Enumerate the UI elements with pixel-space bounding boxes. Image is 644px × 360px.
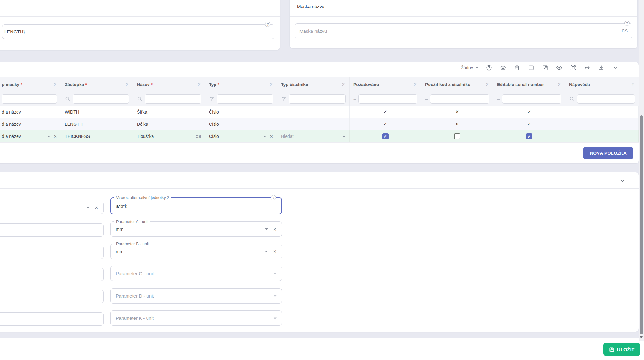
split-columns-icon[interactable] [528, 64, 535, 71]
use-code-checkbox[interactable] [454, 133, 460, 139]
left-text-field[interactable] [0, 290, 104, 303]
download-icon[interactable] [598, 64, 605, 71]
left-combobox-field[interactable]: ✕ [0, 202, 104, 214]
help-icon[interactable]: ? [271, 195, 276, 200]
column-header-mask-type[interactable]: p masky* Σ [0, 77, 61, 92]
clear-icon[interactable]: ✕ [273, 249, 277, 254]
parameter-d-unit-select[interactable]: Parameter D - unit [110, 288, 282, 304]
name-mask-field[interactable]: CS [295, 23, 632, 38]
table-row[interactable]: d a název LENGTH Délka Číslo ✓ ✕ ✓ [0, 118, 639, 130]
sum-icon[interactable]: Σ [414, 82, 417, 87]
chevron-down-icon[interactable] [274, 273, 277, 274]
sum-icon[interactable]: Σ [632, 82, 635, 87]
sum-icon[interactable]: Σ [486, 82, 489, 87]
column-header-help[interactable]: Nápověda Σ [565, 77, 639, 92]
chevron-down-icon[interactable] [265, 251, 268, 252]
save-button[interactable]: ULOŽIT [603, 343, 640, 356]
sum-icon[interactable]: Σ [198, 82, 201, 87]
cell-placeholder-editor[interactable]: THICKNESS [61, 130, 133, 142]
column-header-placeholder[interactable]: Zástupka* Σ [61, 77, 133, 92]
column-header-type[interactable]: Typ* Σ [205, 77, 277, 92]
settings-gear-icon[interactable] [500, 64, 506, 71]
collapse-section-chevron-icon[interactable] [619, 177, 626, 185]
help-icon[interactable]: ? [265, 22, 270, 27]
chevron-down-icon[interactable] [342, 136, 346, 137]
cell-placeholder[interactable]: WIDTH [61, 106, 133, 118]
column-header-editable-serial[interactable]: Editable serial number Σ [493, 77, 565, 92]
visibility-eye-icon[interactable] [556, 64, 563, 71]
cell-name-editor[interactable]: Tloušťka CS [133, 130, 205, 142]
help-icon[interactable] [486, 64, 492, 71]
cell-editable-serial[interactable]: ✓ [493, 106, 565, 118]
alt-unit-formula-input[interactable] [116, 203, 276, 209]
collapse-chevron-icon[interactable] [612, 64, 619, 71]
cell-use-code[interactable]: ✕ [421, 106, 493, 118]
sum-icon[interactable]: Σ [126, 82, 129, 87]
cell-name[interactable]: Délka [133, 118, 205, 130]
sum-icon[interactable]: Σ [558, 82, 561, 87]
filter-input-name[interactable] [145, 94, 201, 104]
filter-funnel-icon[interactable] [281, 96, 287, 102]
sum-icon[interactable]: Σ [54, 82, 57, 87]
equals-filter-icon[interactable]: = [353, 96, 356, 102]
column-header-required[interactable]: Požadováno Σ [350, 77, 421, 92]
restore-from-trash-icon[interactable] [514, 64, 521, 71]
filter-input-help[interactable] [577, 94, 635, 104]
fit-selection-icon[interactable] [570, 64, 577, 71]
cell-required[interactable]: ✓ [350, 106, 421, 118]
cell-placeholder[interactable]: LENGTH [61, 118, 133, 130]
cell-mask-type[interactable]: d a název [0, 106, 61, 118]
filter-input-enum-type[interactable] [289, 94, 346, 104]
editable-serial-checkbox[interactable] [526, 133, 532, 139]
required-checkbox[interactable] [382, 133, 389, 139]
alt-unit-formula-field[interactable] [110, 197, 282, 214]
equals-filter-icon[interactable]: = [497, 96, 500, 102]
scrollbar-down-arrow[interactable] [640, 336, 643, 338]
new-item-button[interactable]: NOVÁ POLOŽKA [583, 147, 633, 159]
resize-horizontal-icon[interactable] [584, 64, 591, 71]
column-header-enum-type[interactable]: Typ číselníku Σ [277, 77, 350, 92]
filter-input-required[interactable] [358, 94, 417, 104]
parameter-k-unit-select[interactable]: Parameter K - unit [110, 310, 282, 326]
cell-use-code[interactable]: ✕ [421, 118, 493, 130]
cell-required[interactable]: ✓ [350, 118, 421, 130]
cell-type[interactable]: Číslo [205, 118, 277, 130]
cell-help[interactable] [565, 118, 639, 130]
cell-enum-type[interactable] [277, 118, 350, 130]
table-row[interactable]: d a název WIDTH Šířka Číslo ✓ ✕ ✓ [0, 106, 639, 118]
cell-type[interactable]: Číslo [205, 106, 277, 118]
cell-enum-type-editor[interactable]: Hledat [277, 130, 350, 142]
chevron-down-icon[interactable] [274, 295, 277, 297]
left-text-field[interactable] [0, 312, 104, 326]
cell-help-editor[interactable] [565, 130, 639, 142]
cell-editable-serial[interactable]: ✓ [493, 118, 565, 130]
column-header-name[interactable]: Název* Σ [133, 77, 205, 92]
cell-mask-type-editor[interactable]: d a název ✕ [0, 130, 61, 142]
parameter-c-unit-select[interactable]: Parameter C - unit [110, 266, 282, 281]
mask-formula-input[interactable] [2, 29, 274, 34]
mask-formula-field[interactable] [2, 24, 274, 39]
filter-input-editable-serial[interactable] [502, 94, 561, 104]
filter-input-type[interactable] [217, 94, 273, 104]
column-header-use-code[interactable]: Použít kód z číselníku Σ [421, 77, 493, 92]
cell-name[interactable]: Šířka [133, 106, 205, 118]
chevron-down-icon[interactable] [86, 207, 90, 209]
sum-icon[interactable]: Σ [342, 82, 346, 87]
chevron-down-icon[interactable] [274, 317, 277, 319]
left-text-field[interactable] [0, 246, 104, 259]
chevron-down-icon[interactable] [47, 136, 50, 137]
filter-input-placeholder[interactable] [73, 94, 129, 104]
filter-input-use-code[interactable] [430, 94, 489, 104]
layout-tiles-icon[interactable] [542, 64, 549, 71]
clear-icon[interactable]: ✕ [269, 134, 273, 139]
cell-type-editor[interactable]: Číslo ✕ [205, 130, 277, 142]
aggregation-dropdown[interactable]: Žádný [461, 65, 478, 70]
cell-enum-type[interactable] [277, 106, 350, 118]
vertical-scrollbar-thumb[interactable] [640, 115, 643, 334]
left-text-field[interactable] [0, 268, 104, 281]
clear-icon[interactable]: ✕ [273, 227, 277, 232]
chevron-down-icon[interactable] [265, 228, 268, 230]
filter-input-mask-type[interactable] [2, 94, 57, 104]
clear-icon[interactable]: ✕ [94, 205, 98, 210]
cell-help[interactable] [565, 106, 639, 118]
